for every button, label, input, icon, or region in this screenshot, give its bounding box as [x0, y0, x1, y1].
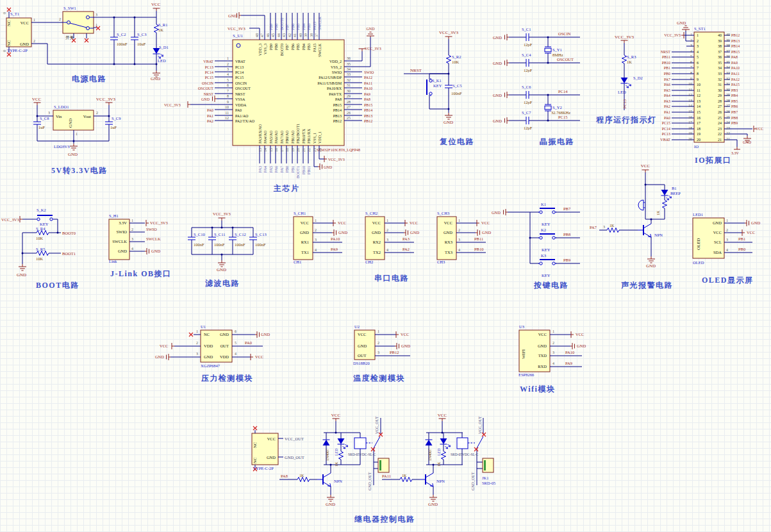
power-circuit-text: 开关 — [65, 35, 74, 40]
jlink-ob-text: 3.3V — [119, 220, 127, 225]
pressure-module-text: PA0 — [245, 340, 252, 345]
io-header-text: 19 — [688, 131, 692, 135]
serial-circuit-text: VCC — [481, 220, 490, 225]
oled-display-caption: OLED显示屏 — [702, 276, 754, 285]
io-header-text: GND — [677, 21, 686, 25]
temperature-module-text: 2 — [377, 341, 379, 345]
oled-display-text: SCL — [714, 240, 722, 244]
serial-circuit-caption: 串口电路 — [374, 274, 409, 283]
temperature-module-text: PB12 — [390, 350, 399, 354]
io-header-text: PB3 — [731, 88, 738, 92]
crystal-circuit-text: 12pF — [524, 100, 533, 104]
main-chip-text: PB9 — [269, 44, 273, 50]
relay-control-text: NPN — [436, 479, 445, 483]
relay-control-text: VCC_OUT — [285, 436, 304, 441]
io-header-text: 23 — [726, 126, 730, 130]
main-chip-text: PB4 — [302, 44, 306, 50]
boot-circuit-text: 10K — [36, 236, 44, 240]
main-chip-text: PB1 — [291, 166, 295, 172]
schematic-canvas: S_T1NCNCVCCGND0012TYPE-C-2PS_SW1开关231VCC… — [0, 0, 771, 532]
power-circuit-text: 0 — [3, 12, 6, 14]
serial-circuit-text: RX3 — [445, 240, 452, 244]
io-header-text: PB5 — [731, 99, 738, 103]
jlink-ob-text: 2 — [131, 228, 133, 231]
filter-circuit-text: 100nF — [235, 242, 245, 247]
alarm-circuit-text: PA7 — [590, 225, 597, 229]
io-header-text: PB1 — [664, 66, 670, 70]
io-header-text: 18 — [688, 126, 692, 130]
temperature-module-text: 1 — [377, 329, 379, 333]
alarm-circuit-graphics — [599, 170, 672, 263]
io-header-text: PA9 — [731, 61, 738, 65]
main-chip-text: PB8 — [274, 44, 278, 50]
jlink-ob-text: GND — [118, 249, 127, 253]
main-chip-text: 48 — [255, 33, 259, 37]
crystal-circuit-text: 12pF — [524, 42, 533, 47]
main-chip-text: 12 — [225, 116, 229, 120]
reset-circuit-text: S_R2 — [452, 54, 461, 59]
run-indicator-text: S_D2 — [633, 76, 643, 80]
io-header-text: PA10 — [731, 66, 740, 70]
jlink-ob-text: SWCLK — [146, 237, 161, 241]
crystal-circuit-text: OSCOUT — [557, 57, 574, 62]
pressure-module-text: 6 — [235, 329, 236, 333]
pressure-module-graphics — [167, 330, 263, 362]
filter-circuit-text: 100nF — [255, 242, 266, 247]
io-header-text: 25 — [718, 116, 722, 120]
main-chip-text: OSCOUT — [235, 87, 251, 90]
io-header-text: 17 — [697, 121, 701, 125]
main-chip-text: PA12/USB/DP — [319, 76, 342, 79]
io-header-text: 21 — [718, 138, 722, 142]
main-chip-text: 27 — [347, 105, 351, 109]
reset-circuit-text: GND — [444, 120, 453, 125]
ldo-circuit-text: 1uF — [110, 125, 117, 129]
oled-display-text: VCC — [747, 230, 755, 235]
main-chip-text: 11 — [225, 111, 229, 115]
ldo-circuit-text: 1 — [76, 132, 78, 136]
ldo-circuit-text: S_C8 — [40, 116, 49, 121]
alarm-circuit-text: 3 — [603, 225, 605, 229]
crystal-circuit-caption: 晶振电路 — [540, 137, 574, 146]
io-header-text: 4 — [697, 50, 699, 54]
serial-circuit-text: 1 — [386, 219, 388, 222]
boot-circuit-text: BOOT0 — [62, 231, 76, 235]
io-header-text: PB4 — [731, 94, 738, 97]
alarm-circuit-text: NPN — [654, 233, 663, 237]
io-header-text: 28 — [718, 99, 722, 103]
wifi-module-text: VCC — [576, 332, 584, 337]
io-header-text: 7 — [697, 66, 699, 70]
wifi-module-text: U3 — [519, 324, 524, 329]
alarm-circuit-text: BEEP — [670, 191, 681, 195]
crystal-circuit-text: S_C4 — [522, 53, 531, 57]
main-chip-text: 7 — [227, 89, 229, 93]
main-chip-text: PB5 — [296, 24, 300, 30]
serial-circuit-text: GND — [300, 230, 309, 235]
io-header-text: 15 — [697, 110, 701, 114]
reset-circuit-text: 100nF — [451, 91, 462, 96]
relay-control-text: 1N4007 — [428, 449, 432, 461]
serial-circuit-text: 3 — [458, 238, 460, 242]
io-header-text: 2 — [690, 38, 692, 42]
oled-display-text: VCC — [713, 230, 722, 235]
io-header-text: PA8 — [731, 55, 738, 59]
jlink-ob-text: GND — [151, 249, 160, 253]
labels-layer: S_T1NCNCVCCGND0012TYPE-C-2PS_SW1开关231VCC… — [1, 2, 763, 524]
main-chip-text: PB11/RX — [307, 128, 311, 144]
boot-circuit-text: S_R4 — [36, 226, 46, 231]
io-header-text: 27 — [726, 104, 730, 108]
main-chip-text: PB15 — [333, 103, 342, 107]
io-header-graphics — [672, 26, 756, 149]
main-chip-text: VSS_1 — [313, 133, 317, 144]
main-chip-text: 42 — [288, 33, 292, 37]
relay-control-text: TYPE-C-2P — [253, 466, 274, 470]
boot-circuit-text: KEY — [40, 222, 49, 226]
serial-circuit-text: 1 — [458, 219, 460, 222]
main-chip-text: 16 — [274, 148, 278, 152]
ldo-circuit-caption: 5V转3.3V电路 — [51, 166, 108, 175]
main-chip-text: SWIO — [332, 71, 342, 74]
wifi-module-text: 2 — [552, 341, 554, 345]
reset-circuit-text: VCC_3V3 — [439, 30, 458, 35]
relay-control-text: VCC — [267, 436, 276, 441]
serial-circuit-text: VCC — [338, 220, 346, 225]
wifi-module-text: WIFI — [521, 349, 526, 359]
